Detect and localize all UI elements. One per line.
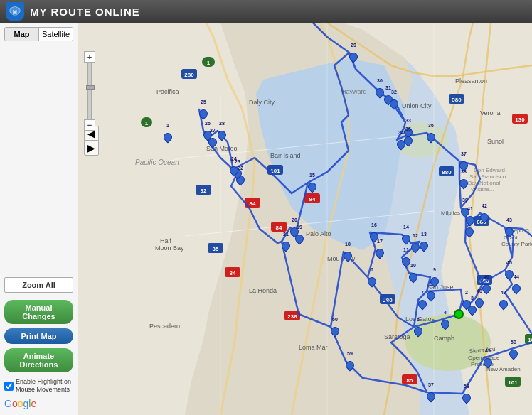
svg-text:1: 1 bbox=[207, 60, 211, 66]
svg-text:130: 130 bbox=[515, 117, 525, 123]
svg-text:35: 35 bbox=[213, 246, 219, 252]
map-background: Pacific Ocean Pacifica Half Moon Bay Pes… bbox=[78, 23, 532, 415]
svg-text:Wildlife...: Wildlife... bbox=[471, 186, 494, 193]
svg-text:680: 680 bbox=[477, 219, 486, 225]
svg-text:85: 85 bbox=[407, 377, 413, 384]
map-type-tabs: Map Satellite bbox=[4, 27, 73, 41]
svg-text:680: 680 bbox=[479, 278, 489, 284]
svg-text:Hayward: Hayward bbox=[341, 88, 367, 95]
svg-text:Los Gatos: Los Gatos bbox=[405, 316, 435, 323]
svg-text:580: 580 bbox=[452, 97, 462, 103]
svg-text:County Park: County Park bbox=[501, 241, 532, 247]
tab-map[interactable]: Map bbox=[5, 28, 39, 41]
svg-text:84: 84 bbox=[309, 196, 316, 203]
shield-icon: M bbox=[6, 2, 24, 21]
svg-text:San Francisco: San Francisco bbox=[469, 173, 506, 180]
svg-text:Pescadero: Pescadero bbox=[149, 323, 180, 330]
app-title: MY ROUTE ONLINE bbox=[30, 6, 140, 18]
svg-text:Open Space: Open Space bbox=[468, 355, 500, 361]
zoom-all-button[interactable]: Zoom All bbox=[4, 277, 73, 293]
svg-text:M: M bbox=[13, 9, 17, 14]
svg-text:Don Edward: Don Edward bbox=[474, 167, 505, 173]
svg-text:84: 84 bbox=[230, 270, 236, 276]
svg-text:Daly City: Daly City bbox=[249, 99, 275, 106]
svg-text:Joseph D.: Joseph D. bbox=[505, 227, 531, 234]
map-nav-right[interactable]: ▶ bbox=[84, 140, 99, 156]
svg-text:Bay National: Bay National bbox=[468, 180, 501, 186]
svg-text:Union City: Union City bbox=[402, 102, 432, 109]
svg-text:Verona: Verona bbox=[480, 109, 501, 117]
zoom-thumb[interactable] bbox=[86, 85, 95, 90]
map-zoom-controls: + − bbox=[84, 51, 95, 131]
svg-text:Milpitas: Milpitas bbox=[441, 210, 460, 216]
svg-text:236: 236 bbox=[287, 313, 297, 320]
svg-text:101: 101 bbox=[270, 168, 280, 174]
app-container: M MY ROUTE ONLINE Map Satellite Zoom All… bbox=[0, 0, 532, 415]
svg-text:280: 280 bbox=[383, 297, 393, 303]
main-layout: Map Satellite Zoom All Manual Changes Pr… bbox=[0, 23, 532, 415]
highlight-checkbox-row: Enable Highlight on Mouse Movements bbox=[4, 378, 73, 394]
svg-text:Pacifica: Pacifica bbox=[156, 88, 179, 95]
svg-text:Grant: Grant bbox=[504, 235, 518, 241]
svg-text:Half: Half bbox=[160, 237, 172, 244]
google-logo: Google bbox=[4, 398, 73, 411]
svg-text:Loma Mar: Loma Mar bbox=[299, 344, 328, 351]
svg-text:Palo Alto: Palo Alto bbox=[306, 230, 331, 237]
svg-text:San Jose: San Jose bbox=[427, 284, 454, 291]
svg-text:La Honda: La Honda bbox=[249, 287, 277, 294]
svg-text:Pacific Ocean: Pacific Ocean bbox=[135, 158, 179, 166]
tab-satellite[interactable]: Satellite bbox=[39, 28, 73, 41]
svg-text:San Mateo: San Mateo bbox=[206, 145, 238, 152]
svg-text:Moon Bay: Moon Bay bbox=[155, 244, 184, 252]
zoom-in-button[interactable]: + bbox=[84, 51, 95, 63]
svg-text:Bair Island: Bair Island bbox=[270, 152, 301, 159]
header-bar: M MY ROUTE ONLINE bbox=[0, 0, 532, 23]
svg-text:101: 101 bbox=[528, 337, 532, 343]
highlight-label: Enable Highlight on Mouse Movements bbox=[16, 378, 73, 394]
svg-text:Sunol: Sunol bbox=[487, 138, 504, 145]
svg-text:Pleasanton: Pleasanton bbox=[455, 77, 487, 85]
animate-directions-button[interactable]: Animate Directions bbox=[4, 348, 73, 372]
highlight-checkbox[interactable] bbox=[4, 382, 14, 391]
print-map-button[interactable]: Print Map bbox=[4, 328, 73, 344]
zoom-track bbox=[87, 63, 92, 119]
svg-text:101: 101 bbox=[508, 379, 518, 386]
map-area[interactable]: Pacific Ocean Pacifica Half Moon Bay Pes… bbox=[78, 23, 532, 415]
svg-text:New Amaden: New Amaden bbox=[486, 366, 521, 372]
svg-text:Mou View: Mou View bbox=[327, 255, 356, 262]
svg-text:Campb: Campb bbox=[434, 335, 454, 342]
start-pin bbox=[454, 309, 464, 319]
svg-text:880: 880 bbox=[442, 169, 452, 176]
svg-text:84: 84 bbox=[250, 200, 256, 207]
svg-text:280: 280 bbox=[184, 72, 194, 78]
svg-text:1: 1 bbox=[145, 120, 149, 126]
svg-text:92: 92 bbox=[201, 188, 207, 194]
left-panel: Map Satellite Zoom All Manual Changes Pr… bbox=[0, 23, 78, 415]
svg-text:84: 84 bbox=[276, 225, 282, 231]
zoom-out-button[interactable]: − bbox=[84, 119, 95, 131]
svg-text:Saratoga: Saratoga bbox=[384, 333, 410, 340]
manual-changes-button[interactable]: Manual Changes bbox=[4, 300, 73, 324]
